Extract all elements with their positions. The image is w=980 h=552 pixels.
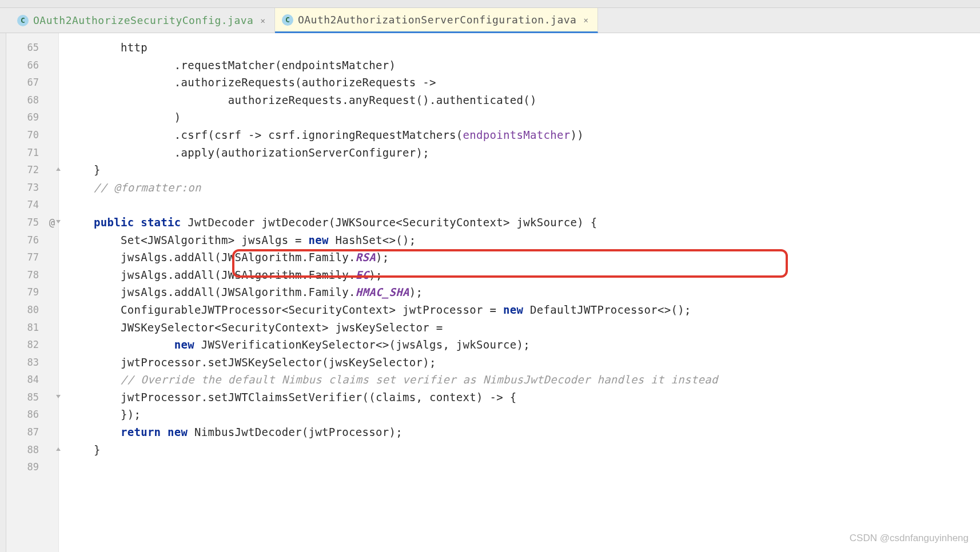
code-line[interactable]: jwsAlgs.addAll(JWSAlgorithm.Family.RSA); [67,249,980,266]
tab-file-2[interactable]: C OAuth2AuthorizationServerConfiguration… [275,8,598,33]
code-line[interactable]: jwsAlgs.addAll(JWSAlgorithm.Family.HMAC_… [67,283,980,301]
close-icon[interactable]: ✕ [258,16,267,25]
toolbar-placeholder [0,0,980,8]
code-line[interactable] [67,458,980,476]
line-number[interactable]: 76 [6,231,58,249]
line-number[interactable]: 73 [6,179,58,197]
fold-open-icon[interactable] [55,218,63,226]
line-number[interactable]: 86 [6,406,58,423]
code-line[interactable]: }); [67,406,980,423]
code-line[interactable]: return new NimbusJwtDecoder(jwtProcessor… [67,423,980,441]
code-line[interactable]: authorizeRequests.anyRequest().authentic… [67,91,980,109]
line-number[interactable]: 82 [6,336,58,354]
code-line[interactable]: .authorizeRequests(authorizeRequests -> [67,74,980,91]
line-number[interactable]: 89 [6,458,58,476]
line-number[interactable]: 69 [6,109,58,126]
code-line[interactable]: jwtProcessor.setJWSKeySelector(jwsKeySel… [67,354,980,371]
line-number[interactable]: 84 [6,371,58,389]
code-line[interactable]: .apply(authorizationServerConfigurer); [67,144,980,162]
code-line[interactable] [67,196,980,214]
code-line[interactable]: new JWSVerificationKeySelector<>(jwsAlgs… [67,336,980,354]
line-number[interactable]: 88 [6,441,58,459]
fold-close-icon[interactable] [55,446,63,454]
code-line[interactable]: // Override the default Nimbus claims se… [67,371,980,389]
code-line[interactable]: .requestMatcher(endpointsMatcher) [67,57,980,74]
line-number[interactable]: 71 [6,144,58,162]
line-number[interactable]: 67 [6,74,58,91]
code-line[interactable]: JWSKeySelector<SecurityContext> jwsKeySe… [67,319,980,337]
code-line[interactable]: Set<JWSAlgorithm> jwsAlgs = new HashSet<… [67,231,980,249]
code-line[interactable]: } [67,161,980,179]
gutter-annotation-icon[interactable]: @ [49,214,55,231]
tab-file-1[interactable]: C OAuth2AuthorizeSecurityConfig.java ✕ [10,8,275,33]
code-line[interactable]: ConfigurableJWTProcessor<SecurityContext… [67,301,980,319]
code-line[interactable]: } [67,441,980,459]
code-line[interactable]: http [67,39,980,57]
code-line[interactable]: jwtProcessor.setJWTClaimsSetVerifier((cl… [67,389,980,406]
code-line[interactable]: jwsAlgs.addAll(JWSAlgorithm.Family.EC); [67,266,980,284]
line-number[interactable]: 74 [6,196,58,214]
class-icon: C [282,14,293,26]
line-number[interactable]: 81 [6,319,58,337]
line-number[interactable]: 85 [6,389,58,406]
line-number[interactable]: 79 [6,283,58,301]
class-icon: C [17,15,29,26]
tab-label: OAuth2AuthorizationServerConfiguration.j… [298,14,577,26]
code-line[interactable]: ) [67,109,980,126]
editor-tabs: C OAuth2AuthorizeSecurityConfig.java ✕ C… [0,8,980,33]
line-number[interactable]: 72 [6,161,58,179]
line-number[interactable]: 65 [6,39,58,57]
fold-open-icon[interactable] [55,393,63,401]
line-number[interactable]: 80 [6,301,58,319]
line-number[interactable]: 75@ [6,214,58,231]
code-line[interactable]: // @formatter:on [67,179,980,197]
code-line[interactable]: public static JwtDecoder jwtDecoder(JWKS… [67,214,980,231]
left-margin [0,33,6,552]
line-number[interactable]: 87 [6,423,58,441]
line-number[interactable]: 78 [6,266,58,284]
close-icon[interactable]: ✕ [581,15,590,25]
line-number-gutter[interactable]: 6566676869707172737475@76777879808182838… [6,33,59,552]
watermark: CSDN @csdnfanguyinheng [850,533,969,544]
line-number[interactable]: 77 [6,249,58,266]
line-number[interactable]: 70 [6,126,58,144]
line-number[interactable]: 66 [6,57,58,74]
fold-close-icon[interactable] [55,166,63,174]
tab-label: OAuth2AuthorizeSecurityConfig.java [33,14,253,26]
editor-area: 6566676869707172737475@76777879808182838… [0,33,980,552]
code-editor[interactable]: http .requestMatcher(endpointsMatcher) .… [59,33,980,552]
line-number[interactable]: 83 [6,354,58,371]
code-line[interactable]: .csrf(csrf -> csrf.ignoringRequestMatche… [67,126,980,144]
line-number[interactable]: 68 [6,91,58,109]
